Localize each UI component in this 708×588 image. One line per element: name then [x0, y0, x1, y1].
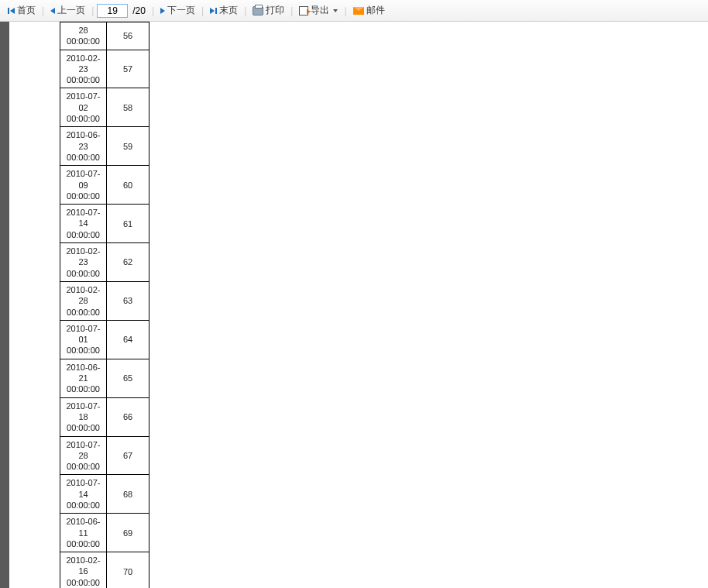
number-cell: 66	[107, 397, 150, 436]
date-cell: 2010-07-2800:00:00	[60, 436, 107, 475]
table-row: 2010-06-1100:00:0069	[60, 514, 150, 552]
left-margin-strip	[0, 22, 9, 588]
table-row: 2010-07-0100:00:0064	[60, 320, 150, 359]
mail-icon	[353, 7, 364, 15]
number-cell: 68	[107, 475, 150, 514]
first-page-button[interactable]: 首页	[5, 2, 39, 19]
separator: |	[40, 5, 46, 16]
number-cell: 70	[107, 552, 150, 588]
table-row: 2010-07-1400:00:0061	[60, 205, 150, 243]
mail-button[interactable]: 邮件	[350, 2, 388, 19]
date-cell: 2800:00:00	[60, 22, 107, 50]
date-cell: 2010-07-1400:00:00	[60, 475, 107, 514]
data-table: 2800:00:00562010-02-2300:00:00572010-07-…	[60, 22, 150, 588]
number-cell: 67	[107, 436, 150, 475]
number-cell: 59	[107, 127, 150, 166]
last-page-icon	[210, 8, 217, 14]
last-page-label: 末页	[219, 4, 238, 17]
number-cell: 56	[107, 22, 150, 50]
mail-label: 邮件	[366, 4, 385, 17]
table-row: 2010-02-2300:00:0057	[60, 50, 150, 88]
number-cell: 62	[107, 243, 150, 282]
last-page-button[interactable]: 末页	[207, 2, 241, 19]
prev-page-button[interactable]: 上一页	[47, 2, 88, 19]
separator: |	[242, 5, 248, 16]
date-cell: 2010-02-2300:00:00	[60, 243, 107, 282]
chevron-down-icon	[333, 9, 338, 12]
number-cell: 65	[107, 359, 150, 397]
separator: |	[90, 5, 95, 16]
separator: |	[342, 5, 348, 16]
next-page-label: 下一页	[167, 4, 195, 17]
table-row: 2010-06-2100:00:0065	[60, 359, 150, 397]
print-icon	[253, 6, 263, 15]
number-cell: 58	[107, 88, 150, 127]
number-cell: 61	[107, 205, 150, 243]
date-cell: 2010-07-0200:00:00	[60, 88, 107, 127]
date-cell: 2010-07-1800:00:00	[60, 397, 107, 436]
first-page-icon	[8, 8, 15, 14]
next-page-button[interactable]: 下一页	[157, 2, 198, 19]
next-icon	[160, 8, 165, 14]
report-content[interactable]: 2800:00:00562010-02-2300:00:00572010-07-…	[9, 22, 708, 588]
date-cell: 2010-02-1600:00:00	[60, 552, 107, 588]
date-cell: 2010-07-1400:00:00	[60, 205, 107, 243]
date-cell: 2010-06-1100:00:00	[60, 514, 107, 552]
table-row: 2010-07-1400:00:0068	[60, 475, 150, 514]
number-cell: 60	[107, 166, 150, 205]
table-row: 2010-02-2800:00:0063	[60, 281, 150, 320]
date-cell: 2010-02-2300:00:00	[60, 50, 107, 88]
number-cell: 63	[107, 281, 150, 320]
page-number-input[interactable]	[97, 4, 128, 18]
page-area: 2800:00:00562010-02-2300:00:00572010-07-…	[0, 22, 708, 588]
export-label: 导出	[311, 4, 329, 17]
prev-page-label: 上一页	[57, 4, 85, 17]
date-cell: 2010-02-2800:00:00	[60, 281, 107, 320]
table-row: 2800:00:0056	[60, 22, 150, 50]
table-row: 2010-07-1800:00:0066	[60, 397, 150, 436]
separator: |	[289, 5, 294, 16]
table-row: 2010-07-0200:00:0058	[60, 88, 150, 127]
prev-icon	[50, 8, 55, 14]
number-cell: 57	[107, 50, 150, 88]
export-button[interactable]: 导出	[296, 2, 341, 19]
first-page-label: 首页	[17, 4, 36, 17]
pagination-toolbar: 首页 | 上一页 | /20 | 下一页 | 末页 | 打印 | 导出 | 邮件	[0, 0, 708, 22]
export-icon	[299, 6, 308, 15]
number-cell: 69	[107, 514, 150, 552]
date-cell: 2010-06-2300:00:00	[60, 127, 107, 166]
table-row: 2010-02-1600:00:0070	[60, 552, 150, 588]
separator: |	[150, 5, 156, 16]
table-row: 2010-07-2800:00:0067	[60, 436, 150, 475]
table-row: 2010-06-2300:00:0059	[60, 127, 150, 166]
separator: |	[200, 5, 205, 16]
number-cell: 64	[107, 320, 150, 359]
date-cell: 2010-07-0100:00:00	[60, 320, 107, 359]
table-row: 2010-07-0900:00:0060	[60, 166, 150, 205]
print-button[interactable]: 打印	[249, 2, 287, 19]
date-cell: 2010-06-2100:00:00	[60, 359, 107, 397]
print-label: 打印	[266, 4, 284, 17]
date-cell: 2010-07-0900:00:00	[60, 166, 107, 205]
table-row: 2010-02-2300:00:0062	[60, 243, 150, 282]
page-total-label: /20	[129, 5, 149, 16]
